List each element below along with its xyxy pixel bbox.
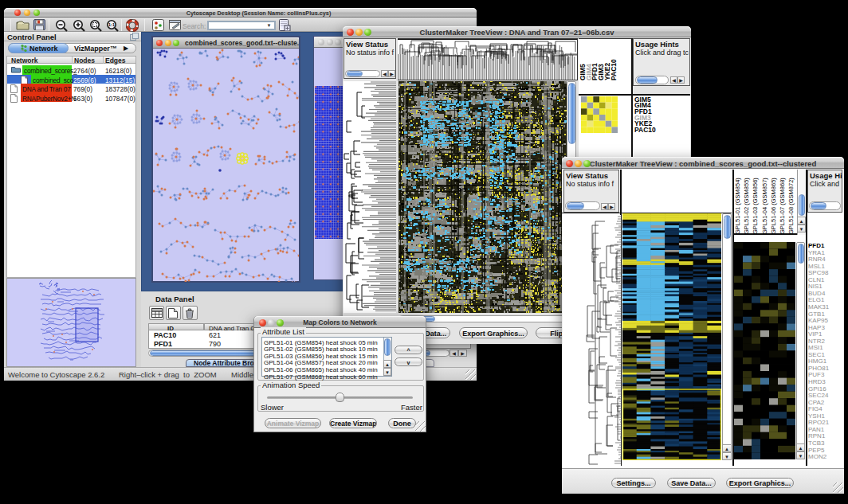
svg-text:GPL51-07 (GSM868): GPL51-07 (GSM868): [779, 178, 786, 234]
svg-text:PAC10: PAC10: [610, 59, 618, 80]
svg-text:GPL51-01 (GSM854): GPL51-01 (GSM854): [734, 178, 741, 234]
svg-text:GPL51-06 (GSM865): GPL51-06 (GSM865): [770, 178, 777, 234]
svg-text:GPL51-03 (GSM856): GPL51-03 (GSM856): [752, 178, 759, 234]
svg-text:1:1: 1:1: [108, 22, 115, 27]
svg-text:GPL51-02 (GSM855): GPL51-02 (GSM855): [743, 178, 750, 234]
svg-text:GPL51-08 (GSM872): GPL51-08 (GSM872): [787, 178, 795, 234]
svg-text:GPL51-04 (GSM857): GPL51-04 (GSM857): [761, 178, 768, 234]
